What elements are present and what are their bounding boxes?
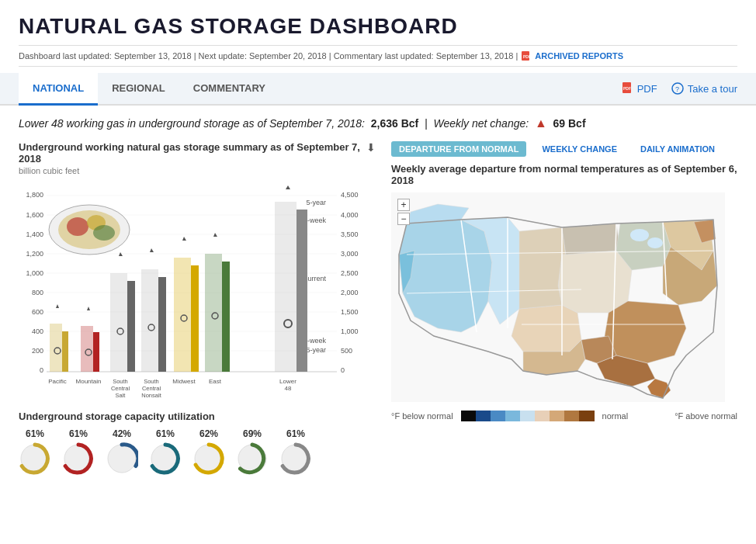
- svg-rect-47: [93, 332, 99, 372]
- svg-text:1,200: 1,200: [26, 250, 43, 258]
- svg-text:48: 48: [285, 385, 292, 392]
- svg-text:2,500: 2,500: [341, 269, 359, 277]
- svg-rect-75: [275, 202, 297, 372]
- svg-text:1,400: 1,400: [26, 230, 43, 238]
- pdf-button[interactable]: PDF PDF: [622, 82, 657, 95]
- tour-label: Take a tour: [688, 83, 737, 95]
- temp-legend: °F below normal normal °F above normal: [391, 411, 737, 421]
- svg-text:East: East: [209, 378, 222, 385]
- gauge-mountain-circle: [62, 442, 95, 475]
- summary-line: Lower 48 working gas in underground stor…: [19, 116, 737, 130]
- map-tab-animation[interactable]: DAILY ANIMATION: [633, 141, 723, 157]
- gauge-lower48: 61%: [279, 428, 312, 475]
- svg-text:Midwest: Midwest: [172, 378, 196, 385]
- gauge-lower48-circle: [279, 442, 312, 475]
- svg-point-85: [93, 225, 115, 241]
- nav-right-actions: PDF PDF ? Take a tour: [622, 82, 737, 95]
- svg-text:600: 600: [32, 308, 43, 316]
- svg-marker-77: [286, 185, 290, 189]
- svg-rect-65: [174, 258, 191, 372]
- svg-text:4,000: 4,000: [341, 211, 359, 219]
- svg-text:500: 500: [341, 347, 352, 355]
- bar-chart: 1,800 1,600 1,400 1,200 1,000 800 600 40…: [19, 180, 360, 397]
- svg-point-83: [67, 217, 88, 236]
- svg-text:1,800: 1,800: [26, 191, 43, 199]
- svg-text:1,000: 1,000: [26, 269, 43, 277]
- gauge-east-circle: [236, 442, 269, 475]
- gauge-mountain-pct: 61%: [69, 428, 88, 439]
- svg-text:1,600: 1,600: [26, 211, 43, 219]
- subtitle-text: Dashboard last updated: September 13, 20…: [19, 51, 518, 61]
- capacity-section: Underground storage capacity utilization…: [19, 411, 376, 475]
- summary-weekly-value: 69 Bcf: [553, 117, 586, 130]
- gauge-pacific-circle: [19, 442, 51, 475]
- map-tab-departure[interactable]: DEPARTURE FROM NORMAL: [391, 141, 526, 157]
- svg-text:3,000: 3,000: [341, 250, 359, 258]
- zoom-out-button[interactable]: −: [397, 213, 410, 225]
- svg-text:current: current: [304, 275, 327, 282]
- svg-text:South: South: [144, 378, 159, 385]
- right-panel: DEPARTURE FROM NORMAL WEEKLY CHANGE DAIL…: [391, 141, 737, 475]
- tour-icon: ?: [671, 82, 684, 95]
- svg-text:0: 0: [341, 366, 345, 374]
- map-tab-weekly[interactable]: WEEKLY CHANGE: [534, 141, 625, 157]
- svg-marker-60: [150, 248, 154, 252]
- content-area: Lower 48 working gas in underground stor…: [0, 106, 756, 486]
- gauge-mountain: 61%: [62, 428, 95, 475]
- svg-text:1,000: 1,000: [341, 327, 359, 335]
- gauge-midwest: 62%: [192, 428, 225, 475]
- svg-text:5-year: 5-year: [306, 199, 326, 206]
- gauge-pacific-pct: 61%: [26, 428, 44, 439]
- pdf-label: PDF: [637, 83, 657, 95]
- download-icon[interactable]: ⬇: [366, 141, 376, 154]
- summary-weekly-label: Weekly net change:: [433, 117, 529, 130]
- gauge-sc-nonsalt-pct: 61%: [156, 428, 175, 439]
- svg-marker-72: [213, 233, 217, 237]
- svg-text:South: South: [113, 378, 128, 385]
- svg-text:800: 800: [32, 289, 43, 296]
- up-arrow-icon: ▲: [535, 116, 547, 130]
- gauge-sc-nonsalt: 61%: [149, 428, 182, 475]
- take-tour-button[interactable]: ? Take a tour: [671, 82, 737, 95]
- nav-tabs: NATIONAL REGIONAL COMMENTARY PDF PDF ? T…: [19, 73, 737, 104]
- nav-tabs-container: NATIONAL REGIONAL COMMENTARY PDF PDF ? T…: [0, 73, 756, 106]
- svg-rect-51: [110, 273, 127, 372]
- map-wrapper: + −: [391, 192, 737, 404]
- svg-text:Nonsalt: Nonsalt: [141, 392, 161, 397]
- legend-normal-label: normal: [602, 411, 629, 421]
- summary-value: 2,636 Bcf: [371, 117, 418, 130]
- gauge-midwest-circle: [192, 442, 225, 475]
- legend-below-label: °F below normal: [391, 411, 453, 421]
- gauge-east-pct: 69%: [243, 428, 262, 439]
- svg-marker-48: [87, 307, 90, 310]
- gauge-pacific: 61%: [19, 428, 51, 475]
- pdf-button-icon: PDF: [622, 82, 633, 95]
- svg-text:0: 0: [40, 366, 43, 374]
- summary-sep: |: [425, 117, 428, 130]
- svg-rect-76: [297, 210, 307, 372]
- gauge-sc-nonsalt-circle: [149, 442, 182, 475]
- svg-text:Pacific: Pacific: [48, 378, 67, 385]
- gauge-sc-salt-circle: [106, 442, 138, 475]
- svg-text:3,500: 3,500: [341, 230, 359, 238]
- svg-text:PDF: PDF: [623, 86, 631, 91]
- page-title: NATURAL GAS STORAGE DASHBOARD: [19, 14, 737, 39]
- svg-text:Lower: Lower: [279, 378, 297, 385]
- tab-commentary[interactable]: COMMENTARY: [179, 73, 279, 106]
- svg-rect-66: [191, 265, 199, 372]
- tab-national[interactable]: NATIONAL: [19, 73, 98, 106]
- svg-point-94: [630, 229, 649, 241]
- archived-reports-link[interactable]: ARCHIVED REPORTS: [535, 51, 623, 61]
- gauge-midwest-pct: 62%: [199, 428, 218, 439]
- capacity-title: Underground storage capacity utilization: [19, 411, 376, 422]
- svg-text:5-year: 5-year: [306, 346, 326, 354]
- svg-text:PDF: PDF: [523, 54, 531, 59]
- gauge-sc-salt-pct: 42%: [113, 428, 131, 439]
- svg-rect-42: [62, 331, 68, 372]
- svg-point-95: [647, 237, 663, 248]
- tab-regional[interactable]: REGIONAL: [98, 73, 179, 106]
- pdf-icon: PDF: [521, 50, 532, 61]
- map-title: Weekly average departure from normal tem…: [391, 163, 737, 186]
- zoom-in-button[interactable]: +: [397, 199, 410, 211]
- svg-rect-59: [158, 277, 166, 372]
